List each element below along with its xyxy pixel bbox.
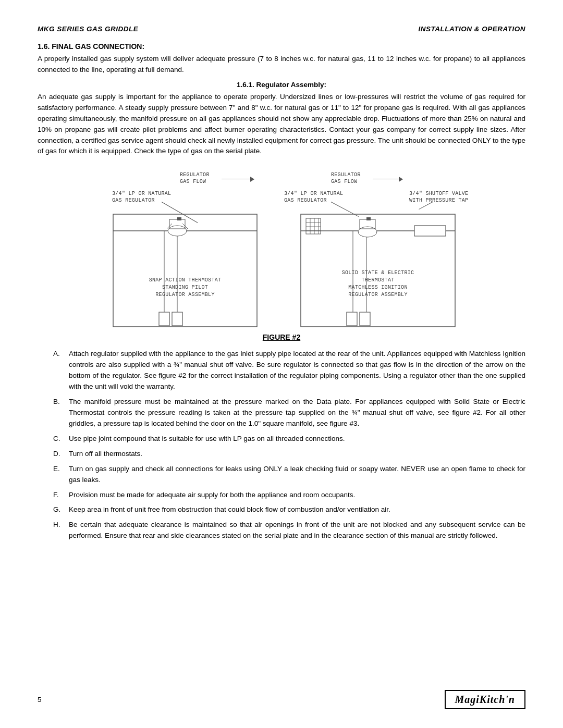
list-letter-B: B. [38, 397, 69, 429]
svg-rect-8 [159, 312, 169, 326]
diagram1-internal-caption: SNAP ACTION THERMOSTATSTANDING PILOTREGU… [112, 277, 258, 299]
diagram2-gas-regulator-label: 3/4" LP OR NATURALGAS REGULATOR [284, 190, 343, 204]
list-item: A. Attach regulator supplied with the ap… [38, 349, 525, 392]
diagram1-regulator-label: REGULATORGAS FLOW [180, 171, 210, 185]
list-letter-H: H. [38, 520, 69, 541]
page: MKG SERIES GAS GRIDDLE INSTALLATION & OP… [0, 0, 563, 728]
list-letter-E: E. [38, 464, 69, 486]
svg-rect-25 [414, 226, 446, 236]
svg-rect-2 [177, 217, 181, 220]
list-letter-G: G. [38, 504, 69, 515]
figure-area: REGULATORGAS FLOW 3/4" LP OR NATURALGAS … [38, 171, 525, 328]
page-header: MKG SERIES GAS GRIDDLE INSTALLATION & OP… [38, 25, 525, 33]
list-text-6: Keep area in front of unit free from obs… [69, 504, 525, 515]
svg-rect-28 [360, 312, 370, 326]
list-item: B. The manifold pressure must be maintai… [38, 397, 525, 429]
list-letter-C: C. [38, 434, 69, 445]
diagram1-arrowhead [250, 177, 254, 182]
list-letter-D: D. [38, 449, 69, 460]
section-intro: A properly installed gas supply system w… [38, 54, 525, 76]
svg-rect-9 [172, 312, 182, 326]
svg-rect-27 [347, 312, 357, 326]
diagram2-arrowhead [399, 177, 403, 182]
diagram2-arrow [373, 179, 401, 179]
list-letter-F: F. [38, 490, 69, 501]
list-text-3: Turn off all thermostats. [69, 449, 525, 460]
list-item: E. Turn on gas supply and check all conn… [38, 464, 525, 486]
diagram1-arrow [222, 179, 253, 179]
figure-caption: FIGURE #2 [38, 333, 525, 341]
list-text-2: Use pipe joint compound that is suitable… [69, 434, 525, 445]
diagram1-container: REGULATORGAS FLOW 3/4" LP OR NATURALGAS … [104, 171, 266, 328]
list-item: C. Use pipe joint compound that is suita… [38, 434, 525, 445]
list-text-7: Be certain that adequate clearance is ma… [69, 520, 525, 541]
list-container: A. Attach regulator supplied with the ap… [38, 349, 525, 541]
diagram2-internal-caption: SOLID STATE & ELECTRICTHERMOSTATMATCHLES… [300, 269, 456, 299]
header-left: MKG SERIES GAS GRIDDLE [38, 25, 138, 33]
list-text-4: Turn on gas supply and check all connect… [69, 464, 525, 486]
list-item: G. Keep area in front of unit free from … [38, 504, 525, 515]
footer: 5 MagiKitch'n [38, 690, 525, 709]
svg-point-22 [358, 227, 377, 237]
diagram1-box: SNAP ACTION THERMOSTATSTANDING PILOTREGU… [112, 213, 258, 328]
list-letter-A: A. [38, 349, 69, 392]
brand-name: MagiKitch'n [455, 694, 515, 705]
diagram2-box: SOLID STATE & ELECTRICTHERMOSTATMATCHLES… [300, 213, 456, 328]
svg-point-5 [168, 226, 187, 236]
list-item: H. Be certain that adequate clearance is… [38, 520, 525, 541]
svg-rect-21 [366, 217, 371, 220]
section-title: 1.6. FINAL GAS CONNECTION: [38, 42, 525, 51]
subsection-body: An adequate gas supply is important for … [38, 92, 525, 157]
diagram2-shutoff-label: 3/4" SHUTOFF VALVEWITH PRRESSURE TAP [409, 190, 468, 204]
page-number: 5 [38, 696, 42, 704]
list-text-5: Provision must be made for adequate air … [69, 490, 525, 501]
list-item: D. Turn off all thermostats. [38, 449, 525, 460]
header-right: INSTALLATION & OPERATION [419, 25, 526, 33]
list-text-1: The manifold pressure must be maintained… [69, 397, 525, 429]
diagram2-container: REGULATORGAS FLOW 3/4" LP OR NATURALGAS … [297, 171, 459, 328]
diagram2-regulator-label: REGULATORGAS FLOW [331, 171, 361, 185]
diagram1-svg [112, 213, 258, 328]
brand-logo: MagiKitch'n [445, 690, 525, 709]
subsection-title: 1.6.1. Regulator Assembly: [38, 81, 525, 89]
list-text-0: Attach regulator supplied with the appli… [69, 349, 525, 392]
list-item: F. Provision must be made for adequate a… [38, 490, 525, 501]
svg-rect-20 [360, 219, 375, 229]
